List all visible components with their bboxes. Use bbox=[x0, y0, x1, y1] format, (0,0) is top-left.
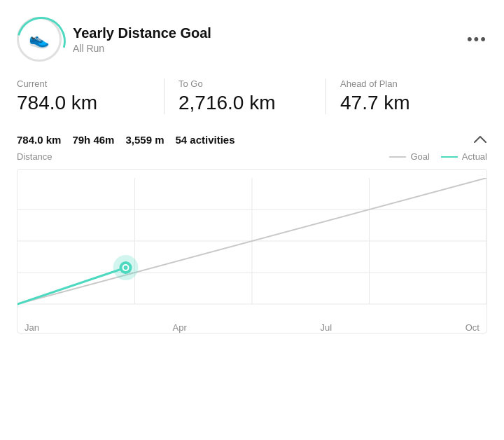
chart-header: Distance Goal Actual bbox=[17, 151, 487, 162]
summary-time: 79h 46m bbox=[72, 134, 114, 146]
distance-chart bbox=[18, 178, 486, 318]
actual-line-icon bbox=[441, 156, 458, 158]
stat-current-label: Current bbox=[17, 78, 150, 89]
x-label-jul: Jul bbox=[320, 322, 332, 333]
summary-elevation: 3,559 m bbox=[125, 134, 164, 146]
collapse-button[interactable] bbox=[473, 135, 487, 146]
page-header: 👟 Yearly Distance Goal All Run ••• bbox=[17, 17, 487, 62]
summary-bar: 784.0 km 79h 46m 3,559 m 54 activities bbox=[17, 134, 487, 146]
stat-to-go: To Go 2,716.0 km bbox=[164, 78, 326, 114]
svg-line-9 bbox=[18, 268, 126, 304]
x-label-jan: Jan bbox=[24, 322, 39, 333]
x-label-apr: Apr bbox=[173, 322, 187, 333]
legend-actual-label: Actual bbox=[462, 151, 487, 162]
summary-activities: 54 activities bbox=[175, 134, 234, 146]
goal-line-icon bbox=[389, 156, 406, 158]
summary-distance: 784.0 km bbox=[17, 134, 61, 146]
stat-current: Current 784.0 km bbox=[17, 78, 164, 114]
stats-row: Current 784.0 km To Go 2,716.0 km Ahead … bbox=[17, 78, 487, 114]
chart-label: Distance bbox=[17, 151, 52, 162]
stat-togo-value: 2,716.0 km bbox=[178, 92, 312, 114]
summary-stats: 784.0 km 79h 46m 3,559 m 54 activities bbox=[17, 134, 235, 146]
more-options-button[interactable]: ••• bbox=[467, 30, 487, 48]
stat-ahead: Ahead of Plan 47.7 km bbox=[326, 78, 487, 114]
svg-point-13 bbox=[124, 266, 128, 270]
page-title: Yearly Distance Goal bbox=[73, 25, 211, 41]
page-subtitle: All Run bbox=[73, 43, 211, 54]
shoe-icon: 👟 bbox=[29, 29, 50, 49]
header-text: Yearly Distance Goal All Run bbox=[73, 25, 211, 54]
stat-current-value: 784.0 km bbox=[17, 92, 150, 114]
chart-legend: Goal Actual bbox=[389, 151, 487, 162]
x-label-oct: Oct bbox=[465, 322, 479, 333]
activity-icon-circle: 👟 bbox=[17, 17, 62, 62]
stat-ahead-value: 47.7 km bbox=[340, 92, 473, 114]
legend-goal: Goal bbox=[389, 151, 429, 162]
stat-togo-label: To Go bbox=[178, 78, 312, 89]
x-axis-labels: Jan Apr Jul Oct bbox=[18, 318, 486, 333]
legend-actual: Actual bbox=[441, 151, 487, 162]
header-left: 👟 Yearly Distance Goal All Run bbox=[17, 17, 211, 62]
stat-ahead-label: Ahead of Plan bbox=[340, 78, 473, 89]
chart-container: Jan Apr Jul Oct bbox=[17, 169, 487, 334]
legend-goal-label: Goal bbox=[410, 151, 429, 162]
